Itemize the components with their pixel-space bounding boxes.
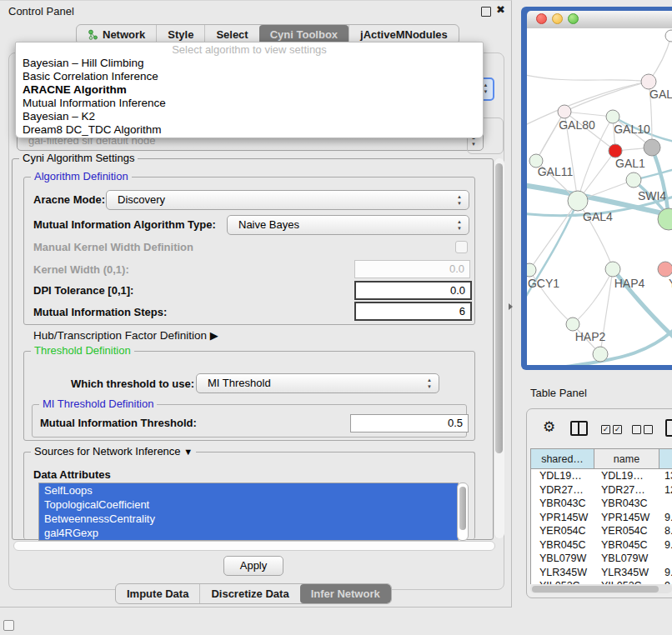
table-cell[interactable]: YLR345W <box>539 566 596 580</box>
dpi-tolerance-field[interactable]: 0.0 <box>354 281 472 300</box>
table-cell[interactable]: 8. <box>664 524 672 538</box>
scrollbar-thumb[interactable] <box>532 586 659 592</box>
network-edge[interactable] <box>573 269 613 324</box>
table-cell[interactable]: YDL19… <box>539 469 596 483</box>
column-header-1[interactable]: shared… <box>531 449 594 469</box>
minimize-traffic-light[interactable] <box>552 13 563 24</box>
dropdown-item[interactable]: ARACNE Algorithm <box>16 83 483 97</box>
data-attributes-label: Data Attributes <box>33 468 111 481</box>
table-cell[interactable]: 13 <box>664 469 672 483</box>
table-cell[interactable]: YDR27… <box>539 483 596 498</box>
network-node-gal4[interactable] <box>568 191 588 211</box>
network-node-gcy1[interactable] <box>527 263 536 277</box>
table-cell[interactable]: YBR043C <box>539 497 596 511</box>
hub-definition-label[interactable]: Hub/Transcription Factor Definition ▶ <box>33 329 218 342</box>
table-cell[interactable]: 9. <box>664 538 672 552</box>
mi-type-combo[interactable]: Naive Bayes ▲▼ <box>227 215 469 235</box>
network-node[interactable] <box>665 30 672 42</box>
table-cell[interactable]: YDL19… <box>601 469 659 483</box>
network-canvas[interactable]: GALGAL80GAL10GAL1GAL11SWI4GAL4GCY1HAP4YH… <box>527 28 672 365</box>
table-cell[interactable]: YPR145W <box>601 511 659 525</box>
tab-label: Network <box>103 28 145 41</box>
dropdown-item[interactable]: Bayesian – Hill Climbing <box>16 57 483 70</box>
aracne-mode-combo[interactable]: Discovery ▲▼ <box>106 190 469 210</box>
network-icon <box>88 29 98 40</box>
scrollbar-thumb[interactable] <box>495 163 503 453</box>
mi-threshold-label: Mutual Information Threshold: <box>40 417 197 429</box>
close-traffic-light[interactable] <box>536 13 547 24</box>
kernel-width-field[interactable]: 0.0 <box>354 260 470 278</box>
gear-icon[interactable]: ⚙ <box>543 418 555 436</box>
network-window-titlebar[interactable] <box>527 11 672 29</box>
column-header-3[interactable]: A <box>659 449 672 469</box>
which-threshold-combo[interactable]: MI Threshold ▲▼ <box>196 373 439 393</box>
network-edge[interactable] <box>529 201 578 270</box>
mi-steps-field[interactable]: 6 <box>354 302 472 321</box>
table-cell[interactable]: YBR045C <box>601 538 659 552</box>
attributes-list-scrollbar[interactable] <box>457 482 469 541</box>
network-node-gal1[interactable] <box>609 144 622 158</box>
dropdown-item[interactable]: Mutual Information Inference <box>16 97 483 110</box>
divider-collapse-icon[interactable] <box>509 303 513 310</box>
network-edge[interactable] <box>564 82 649 112</box>
table-cell[interactable]: YLR345W <box>601 566 659 580</box>
column-header-2[interactable]: name <box>594 449 659 469</box>
minimized-panel-icon[interactable] <box>3 620 14 631</box>
attribute-list-item[interactable]: BetweennessCentrality <box>39 512 458 526</box>
tab-discretize-data[interactable]: Discretize Data <box>199 584 299 603</box>
dropdown-item[interactable]: Basic Correlation Inference <box>16 70 483 83</box>
data-attributes-list[interactable]: SelfLoopsTopologicalCoefficientBetweenne… <box>38 482 459 541</box>
dropdown-item[interactable]: Bayesian – K2 <box>16 110 483 123</box>
network-node-y[interactable] <box>658 262 672 277</box>
attribute-list-item[interactable]: SelfLoops <box>39 483 458 498</box>
table-cell[interactable]: 9. <box>664 511 672 525</box>
mi-type-value: Naive Bayes <box>238 218 299 231</box>
deselect-all-checkbox-icon[interactable] <box>644 425 653 434</box>
select-all-checkbox-icon[interactable]: ✓ <box>601 425 610 434</box>
settings-horizontal-scrollbar[interactable] <box>13 541 495 551</box>
close-icon[interactable]: ✖ <box>496 3 505 16</box>
attribute-list-item[interactable]: TopologicalCoefficient <box>39 498 458 512</box>
table-cell[interactable]: YPR145W <box>539 511 596 525</box>
scrollbar-thumb[interactable] <box>459 487 466 530</box>
dropdown-item[interactable]: Dream8 DC_TDC Algorithm <box>16 123 483 137</box>
sources-title-text: Sources for Network Inference <box>34 445 181 458</box>
deselect-all-checkbox-icon[interactable] <box>632 425 641 434</box>
network-node[interactable] <box>593 347 608 362</box>
columns-icon[interactable] <box>570 421 588 436</box>
kernel-width-label: Kernel Width (0,1): <box>33 263 129 276</box>
apply-button[interactable]: Apply <box>223 556 283 576</box>
network-node-gal80[interactable] <box>558 105 571 118</box>
network-node-hap4[interactable] <box>605 262 620 277</box>
node-label: SWI4 <box>638 189 666 202</box>
network-edge[interactable] <box>564 112 613 117</box>
tab-impute-data[interactable]: Impute Data <box>116 584 199 603</box>
mi-threshold-field[interactable]: 0.5 <box>350 414 469 432</box>
network-node[interactable] <box>644 139 660 156</box>
table-horizontal-scrollbar[interactable] <box>530 584 672 593</box>
table-cell[interactable]: YBL079W <box>539 552 596 566</box>
bottom-tab-strip: Impute DataDiscretize DataInfer Network <box>115 583 392 604</box>
select-all-checkbox-icon[interactable]: ✓ <box>613 425 622 434</box>
export-table-icon[interactable] <box>665 419 672 437</box>
table-cell[interactable]: YDR27… <box>601 483 659 498</box>
table-cell[interactable]: YER054C <box>539 524 596 538</box>
table-cell[interactable]: YBR043C <box>601 497 659 511</box>
table-cell[interactable]: 9. <box>664 566 672 580</box>
network-node-hap2[interactable] <box>566 318 579 331</box>
attribute-list-item[interactable]: gal4RGexp <box>39 526 458 540</box>
settings-vertical-scrollbar[interactable] <box>494 158 504 538</box>
network-node-gal10[interactable] <box>606 110 619 123</box>
network-edge[interactable] <box>527 74 649 82</box>
collapse-down-icon[interactable]: ▼ <box>183 447 193 457</box>
table-cell[interactable]: YBL079W <box>601 552 659 566</box>
table-cell[interactable]: YER054C <box>601 524 659 538</box>
maximize-traffic-light[interactable] <box>568 13 579 24</box>
table-cell[interactable]: YBR045C <box>539 538 596 552</box>
network-node-swi4[interactable] <box>626 172 641 188</box>
manual-kernel-checkbox[interactable] <box>455 241 468 253</box>
float-window-icon[interactable] <box>481 7 491 17</box>
tab-infer-network[interactable]: Infer Network <box>300 584 391 603</box>
expand-right-icon[interactable]: ▶ <box>210 329 218 342</box>
table-cell[interactable]: 12 <box>664 483 672 498</box>
